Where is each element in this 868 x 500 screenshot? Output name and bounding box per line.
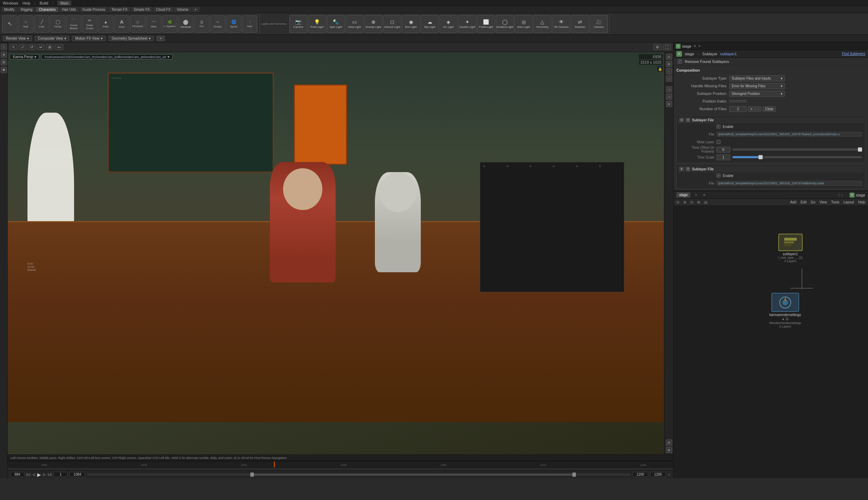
position-index-input[interactable] (729, 100, 747, 102)
layout-icon3[interactable]: ⊠ (697, 200, 700, 204)
tool-wire[interactable]: 〰Wire (146, 15, 161, 33)
end-frame-input2[interactable]: 1200 (650, 472, 666, 477)
vp-right-icon-9[interactable]: ⇄ (666, 447, 672, 453)
playhead[interactable] (274, 461, 275, 467)
sublayer-type-dropdown[interactable]: Sublayer Files and Inputs ▾ (729, 75, 785, 81)
point-light-btn[interactable]: 💡 Point Light (308, 15, 326, 33)
tool-font[interactable]: AFont (114, 15, 129, 33)
tool-circle[interactable]: ◯Circle (50, 15, 65, 33)
sky-light-btn[interactable]: ☁ Sky Light (421, 15, 439, 33)
num-files-down[interactable]: - (755, 106, 761, 112)
sidebar-icon-1[interactable]: ↕ (1, 44, 7, 50)
shelf-tab-simple[interactable]: Simple FX (131, 7, 153, 12)
add-view-btn[interactable]: + (156, 36, 165, 41)
vp-grid-btn[interactable]: ⊞ (46, 44, 54, 50)
camera-path-dropdown[interactable]: /root/camera01/GEO/renderCam_hrc/renderC… (41, 54, 172, 59)
lock-icon[interactable]: 🔒 (657, 66, 663, 72)
time-offset-thumb[interactable] (858, 147, 862, 152)
timeline-track[interactable] (8, 468, 673, 470)
menu-tools[interactable]: Tools (831, 200, 839, 204)
stage-network-tab[interactable]: stage (676, 192, 690, 197)
tool-metaball[interactable]: ⬤Metaball (178, 15, 193, 33)
sidebar-icon-3[interactable]: ⊞ (1, 59, 7, 65)
ambient-light-btn[interactable]: ◯ Ambient Light (496, 15, 514, 33)
filter-icon[interactable]: ⊟ (676, 200, 679, 204)
vp-settings-btn[interactable]: ⚙ (653, 44, 661, 50)
tool-curve[interactable]: ⌒Curve Bezier (66, 15, 81, 33)
render-view-btn[interactable]: Render View ▾ (3, 36, 32, 41)
sidebar-icon-2[interactable]: ⊕ (1, 51, 7, 58)
menu-help[interactable]: Help (23, 1, 31, 5)
vp-right-icon-1[interactable]: ◎ (666, 54, 672, 60)
karma-persp-dropdown[interactable]: Karma Persp ▾ (10, 54, 39, 59)
prev-frame-btn[interactable]: ◁ (32, 473, 35, 476)
menu-windows[interactable]: Windows (3, 1, 18, 5)
stage-tab-item[interactable]: ✦ stage (676, 44, 691, 49)
context-btn-2[interactable]: ☰ (686, 167, 690, 171)
area-light-btn[interactable]: ▭ Area Light (346, 15, 364, 33)
vp-rotate-btn[interactable]: ↺ (28, 44, 35, 50)
menu-add[interactable]: Add (790, 200, 796, 204)
vp-snap-btn[interactable]: ⊷ (55, 44, 63, 50)
vp-right-icon-7[interactable]: ⊕ (666, 101, 672, 107)
next-frame-btn[interactable]: ▷ (43, 473, 46, 476)
arrow-right[interactable]: ▷ (841, 193, 844, 197)
stage-network-canvas[interactable]: sublayer1 /_root_type_... (2) 2 Layers (674, 206, 868, 478)
sublayer1-node[interactable]: sublayer1 /_root_type_... (2) 2 Layers (778, 234, 803, 263)
gravity-light-btn[interactable]: ⊕ Gravity Light (364, 15, 383, 33)
viewport[interactable]: Karma Persp ▾ /root/camera01/GEO/renderC… (8, 52, 673, 454)
menu-build[interactable]: Build (40, 1, 48, 5)
spot-light-btn[interactable]: 🔦 Spot Light (327, 15, 345, 33)
tool-spiral[interactable]: 🌀Spiral (226, 15, 241, 33)
mute-1-checkbox[interactable] (716, 140, 721, 144)
vp-right-icon-5[interactable]: ◁ (666, 86, 672, 92)
tool-lsystem[interactable]: 🌿L-System (162, 15, 177, 33)
motion-fx-btn[interactable]: Motion FX View ▾ (72, 36, 106, 41)
vp-scale-btn[interactable]: ⇔ (37, 44, 45, 50)
menu-edit[interactable]: Edit (801, 200, 806, 204)
time-offset-slider[interactable] (732, 148, 862, 151)
menu-main[interactable]: Main (57, 1, 71, 6)
play-pause-btn[interactable]: ▶ (37, 472, 41, 477)
volume-light-btn[interactable]: ◻ Volume Light (383, 15, 401, 33)
tool-null[interactable]: ○Null (18, 15, 33, 33)
gl-light-btn[interactable]: ◈ GL Light (440, 15, 458, 33)
add-stage-tab[interactable]: + (701, 193, 707, 197)
vp-right-icon-4[interactable]: ⋮ (666, 75, 672, 82)
vp-right-icon-3[interactable]: ↕ (666, 68, 672, 74)
find-sublayers-btn[interactable]: Find Sublayers (842, 52, 865, 56)
tool-select[interactable]: ↖ (2, 15, 17, 33)
menu-view[interactable]: View (820, 200, 827, 204)
time-scale-slider[interactable] (732, 156, 862, 158)
vp-maximize-btn[interactable]: ⛶ (663, 44, 671, 50)
time-offset-input[interactable]: 0 (716, 147, 730, 153)
file-2-path[interactable]: /jobs/alfx/al_template/tmp/s1van/2022080… (716, 181, 862, 186)
camera2-btn[interactable]: 🎥 Camera (590, 15, 608, 33)
shelf-tab-rigging[interactable]: Rigging (18, 7, 35, 12)
tool-line[interactable]: ╱Line (34, 15, 49, 33)
collapse-btn-1[interactable]: ▼ (680, 118, 684, 122)
playrange-slider[interactable] (87, 474, 630, 476)
vp-right-icon-8[interactable]: ⚙ (666, 439, 672, 446)
env-light-btn[interactable]: ◉ Env Light (402, 15, 420, 33)
caustic-light-btn[interactable]: ✦ Caustic Light (458, 15, 476, 33)
vp-right-icon-6[interactable]: ◁ (666, 94, 672, 100)
close-stage-tab[interactable]: ✕ (693, 193, 699, 197)
tool-ocean[interactable]: ≈Ocean (210, 15, 225, 33)
tool-photonic[interactable]: ⬡Photonic (130, 15, 145, 33)
end-frame-input[interactable]: 1200 (633, 472, 648, 477)
vp-right-icon-2[interactable]: ⊞ (666, 61, 672, 67)
geometry-spreadsheet-btn[interactable]: Geometry Spreadsheet ▾ (108, 36, 154, 41)
current-frame-input[interactable]: 1084 (70, 472, 85, 477)
composite-view-btn[interactable]: Composite View ▾ (35, 36, 69, 41)
shelf-tab-characters[interactable]: Characters (36, 7, 58, 12)
menu-layout[interactable]: Layout (843, 200, 854, 204)
layout-icon1[interactable]: ⊞ (683, 200, 686, 204)
aren-light-btn[interactable]: ◎ Aren Light (515, 15, 533, 33)
file-1-path[interactable]: /jobs/alfx/al_template/tmp/s1van/2022080… (716, 132, 862, 137)
collapse-btn-2[interactable]: ▼ (680, 167, 684, 171)
shelf-tab-hair[interactable]: Hair Utils (59, 7, 79, 12)
arrow-left[interactable]: ◁ (837, 193, 840, 197)
close-stage-btn[interactable]: ✕ (693, 44, 696, 48)
tool-hair[interactable]: ⫶Hair (242, 15, 257, 33)
